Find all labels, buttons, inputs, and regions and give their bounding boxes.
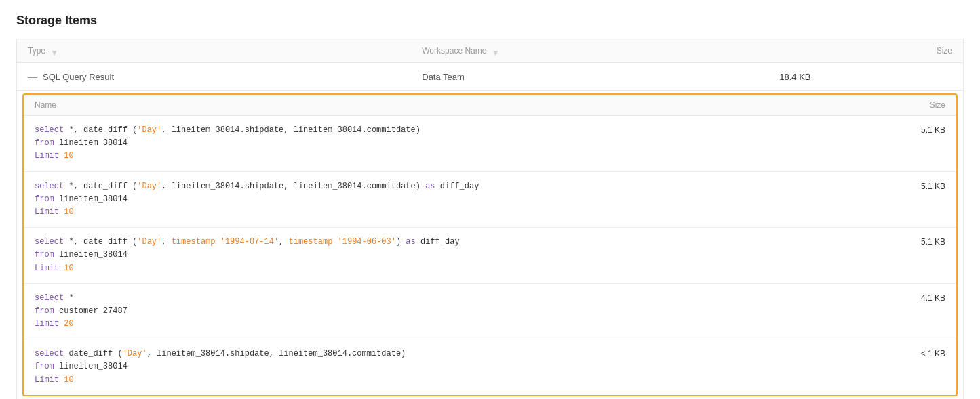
expanded-cell: Name Size select *, date_diff ('Day', li… bbox=[17, 91, 964, 400]
page-title: Storage Items bbox=[16, 14, 964, 28]
query-item-4[interactable]: select * from customer_27487 limit 20 4.… bbox=[24, 284, 956, 340]
query-code-5: select date_diff ('Day', lineitem_38014.… bbox=[35, 348, 891, 387]
expanded-container: Name Size select *, date_diff ('Day', li… bbox=[22, 93, 958, 396]
col-workspace: Workspace Name ▼ bbox=[411, 39, 768, 63]
query-size-5: < 1 KB bbox=[891, 348, 945, 358]
main-size-cell: 18.4 KB bbox=[768, 63, 963, 91]
query-item-5[interactable]: select date_diff ('Day', lineitem_38014.… bbox=[24, 339, 956, 395]
main-row: — SQL Query Result Data Team 18.4 KB bbox=[17, 63, 964, 91]
expand-icon[interactable]: — bbox=[28, 71, 37, 82]
query-code-3: select *, date_diff ('Day', timestamp '1… bbox=[35, 236, 891, 275]
query-item-1[interactable]: select *, date_diff ('Day', lineitem_380… bbox=[24, 116, 956, 172]
query-size-3: 5.1 KB bbox=[891, 236, 945, 247]
storage-items-table: Type ▼ Workspace Name ▼ Size — SQL Query bbox=[16, 39, 964, 399]
expanded-row: Name Size select *, date_diff ('Day', li… bbox=[17, 91, 964, 400]
inner-header: Name Size bbox=[24, 95, 956, 116]
col-size: Size bbox=[768, 39, 963, 63]
type-label: SQL Query Result bbox=[43, 72, 114, 82]
query-code-1: select *, date_diff ('Day', lineitem_380… bbox=[35, 124, 891, 163]
query-code-2: select *, date_diff ('Day', lineitem_380… bbox=[35, 180, 891, 219]
workspace-cell: Data Team bbox=[411, 63, 768, 91]
inner-col-size: Size bbox=[891, 100, 945, 110]
query-size-2: 5.1 KB bbox=[891, 180, 945, 191]
query-item-3[interactable]: select *, date_diff ('Day', timestamp '1… bbox=[24, 228, 956, 284]
query-size-4: 4.1 KB bbox=[891, 292, 945, 303]
type-cell: — SQL Query Result bbox=[17, 63, 412, 91]
page-container: Storage Items Type ▼ Workspace Name ▼ Si… bbox=[0, 0, 980, 399]
filter-icon-type[interactable]: ▼ bbox=[50, 48, 57, 55]
query-size-1: 5.1 KB bbox=[891, 124, 945, 135]
col-type: Type ▼ bbox=[17, 39, 412, 63]
filter-icon-workspace[interactable]: ▼ bbox=[492, 48, 498, 55]
inner-col-name: Name bbox=[35, 100, 891, 110]
query-code-4: select * from customer_27487 limit 20 bbox=[35, 292, 891, 331]
query-item-2[interactable]: select *, date_diff ('Day', lineitem_380… bbox=[24, 172, 956, 228]
